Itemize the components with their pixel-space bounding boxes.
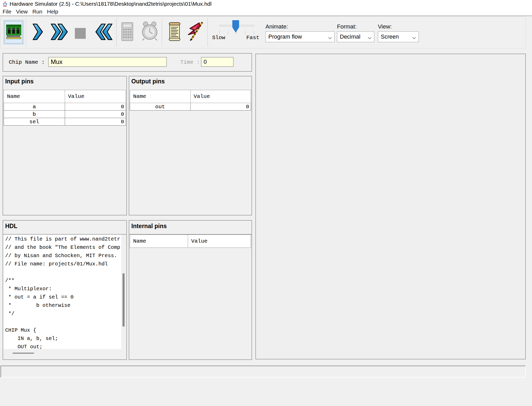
- speed-slider: Slow Fast: [211, 18, 262, 47]
- toolbar-separator: [26, 18, 26, 47]
- menu-view[interactable]: View: [14, 9, 30, 15]
- slow-label: Slow: [212, 35, 225, 41]
- format-value: Decimal: [337, 33, 360, 40]
- output-pins-title: Output pins: [131, 78, 165, 85]
- output-pins-table: Name Value out 0: [130, 90, 251, 111]
- column-header-value: Value: [65, 90, 126, 103]
- hdl-title: HDL: [5, 223, 17, 230]
- input-pins-title: Input pins: [5, 78, 34, 85]
- alarm-clock-icon: [141, 21, 158, 42]
- pin-name-cell: out: [130, 103, 191, 111]
- window-title: Hardware Simulator (2.5) - C:\Users\1817…: [10, 1, 212, 7]
- vertical-scrollbar-thumb[interactable]: [123, 273, 125, 327]
- chip-header-panel: Chip Name : Mux Time : 0: [3, 53, 252, 72]
- menu-bar: File View Run Help: [0, 8, 532, 16]
- table-row: b 0: [4, 111, 126, 118]
- animate-select[interactable]: Program flow: [265, 31, 335, 42]
- toolbar-divider: [0, 16, 532, 16]
- column-header-value: Value: [190, 90, 251, 103]
- slider-tick: [236, 31, 237, 34]
- chevron-down-icon: [328, 36, 332, 40]
- pin-value-cell[interactable]: 0: [65, 103, 126, 111]
- toolbar-separator: [162, 18, 162, 47]
- slider-tick: [245, 31, 245, 34]
- toolbar-separator: [116, 18, 117, 47]
- output-pins-panel: Output pins Name Value out 0: [129, 76, 252, 215]
- load-chip-button[interactable]: [3, 20, 24, 45]
- view-label: View:: [378, 23, 392, 30]
- fast-forward-icon: [50, 23, 69, 41]
- format-select[interactable]: Decimal: [337, 31, 374, 42]
- chip-gui-panel: [255, 54, 526, 359]
- view-gui-button[interactable]: [186, 20, 205, 42]
- slider-tick: [254, 31, 254, 34]
- chevron-down-icon: [368, 36, 372, 40]
- table-row: a 0: [4, 103, 126, 111]
- format-label: Format:: [337, 23, 357, 30]
- view-hdl-button[interactable]: [167, 21, 183, 42]
- view-value: Screen: [378, 33, 399, 40]
- calculator-icon: [120, 21, 135, 43]
- column-header-name: Name: [4, 90, 65, 103]
- pin-name-cell: sel: [4, 118, 65, 126]
- single-step-button[interactable]: [31, 23, 45, 41]
- horizontal-scrollbar-thumb[interactable]: [13, 353, 34, 354]
- stop-button[interactable]: [74, 27, 86, 39]
- eval-button[interactable]: [119, 21, 135, 43]
- internal-pins-panel: Internal pins Name Value: [129, 220, 252, 360]
- chip-name-value: Mux: [51, 58, 62, 66]
- table-row: sel 0: [4, 118, 126, 126]
- run-button[interactable]: [49, 23, 70, 41]
- reset-button[interactable]: [94, 23, 114, 41]
- menu-help[interactable]: Help: [45, 9, 61, 15]
- title-bar: Hardware Simulator (2.5) - C:\Users\1817…: [0, 0, 532, 8]
- internal-pins-table: Name Value: [130, 235, 251, 248]
- menu-run[interactable]: Run: [30, 9, 45, 15]
- chevron-down-icon: [412, 36, 416, 40]
- status-bar: [1, 366, 526, 378]
- stop-icon: [75, 28, 86, 39]
- pin-name-cell: a: [4, 103, 65, 111]
- time-value: 0: [204, 59, 207, 65]
- pin-value-cell[interactable]: 0: [65, 111, 126, 118]
- pin-name-cell: b: [4, 111, 65, 118]
- chip-name-label: Chip Name :: [9, 59, 45, 65]
- toolbar: Slow Fast Animate: Program flow Format: …: [1, 16, 526, 48]
- hdl-code-text: // This file is part of www.nand2tetr //…: [4, 235, 121, 349]
- input-pins-table: Name Value a 0 b 0 sel 0: [4, 90, 126, 126]
- menu-file[interactable]: File: [0, 9, 14, 15]
- animate-label: Animate:: [265, 23, 288, 30]
- java-app-icon: [2, 1, 8, 7]
- column-header-value: Value: [188, 235, 251, 248]
- pin-value-cell[interactable]: 0: [65, 118, 126, 126]
- red-flag-pen-icon: [186, 21, 204, 42]
- single-step-icon: [32, 23, 44, 41]
- slider-tick: [228, 31, 228, 34]
- hdl-panel: HDL // This file is part of www.nand2tet…: [3, 220, 127, 360]
- hdl-horizontal-scrollbar[interactable]: [4, 349, 121, 359]
- time-label: Time :: [180, 59, 200, 65]
- hdl-code-view[interactable]: // This file is part of www.nand2tetr //…: [4, 235, 121, 349]
- speed-slider-thumb[interactable]: [232, 20, 239, 33]
- column-header-name: Name: [130, 235, 188, 248]
- input-pins-panel: Input pins Name Value a 0 b 0 sel 0: [3, 76, 127, 215]
- fast-label: Fast: [246, 35, 259, 41]
- time-field: 0: [201, 57, 234, 67]
- animate-value: Program flow: [266, 33, 302, 40]
- chip-name-field[interactable]: Mux: [48, 57, 167, 67]
- scroll-document-icon: [168, 21, 182, 42]
- clock-button[interactable]: [141, 21, 159, 42]
- slider-tick: [219, 31, 220, 34]
- rewind-icon: [94, 23, 113, 41]
- internal-pins-title: Internal pins: [131, 223, 167, 230]
- view-select[interactable]: Screen: [378, 31, 419, 42]
- hdl-vertical-scrollbar[interactable]: [121, 235, 126, 349]
- table-row: out 0: [130, 103, 251, 111]
- toolbar-separator: [207, 18, 208, 47]
- column-header-name: Name: [130, 90, 191, 103]
- memory-chip-icon: [6, 24, 21, 41]
- pin-value-cell: 0: [190, 103, 251, 111]
